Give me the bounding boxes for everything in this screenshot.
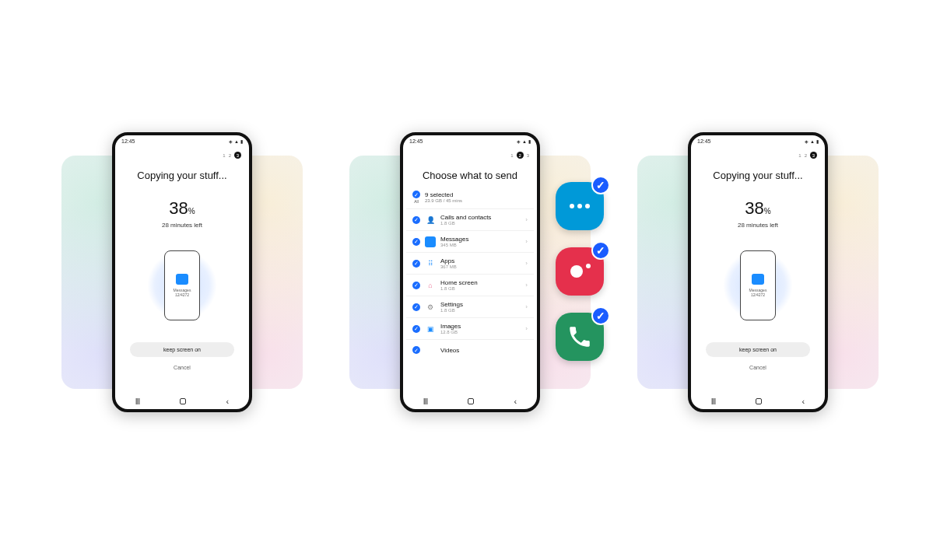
list-item[interactable]: ✓ Videos [406,339,534,360]
status-icons: ◈ ▲ ▮ [517,138,531,144]
back-button[interactable]: ‹ [801,397,805,406]
progress-percent: 38% [691,198,825,219]
back-button[interactable]: ‹ [514,397,517,406]
selected-count: 9 selected [425,191,462,198]
check-icon: ✓ [591,176,610,194]
phone-frame: 12:45 ◈ ▲ ▮ 1 2 3 Copying your stuff... … [688,132,828,412]
step-1: 1 [223,153,225,158]
list-item[interactable]: ✓ ⠿ Apps367 MB › [406,252,534,274]
item-label: Home screen [440,279,521,286]
cancel-link[interactable]: Cancel [691,365,825,370]
back-button[interactable]: ‹ [226,397,229,406]
all-label: All [414,199,419,204]
selected-size: 23.9 GB / 45 mins [425,198,462,203]
status-time: 12:45 [697,138,711,144]
step-3: 3 [527,153,529,158]
status-time: 12:45 [409,138,423,144]
summary-text: 9 selected 23.9 GB / 45 mins [425,191,462,203]
apps-icon: ⠿ [425,258,436,269]
step-2: 2 [805,153,807,158]
item-label: Videos [440,347,528,354]
step-indicator: 1 2 3 [403,144,537,159]
item-label: Images [440,323,521,330]
status-bar: 12:45 ◈ ▲ ▮ [115,135,249,144]
android-navbar: III ‹ [691,397,825,406]
item-label: Calls and contacts [440,214,521,221]
phone-frame: 12:45 ◈ ▲ ▮ 1 2 3 Choose what to send ✓ … [400,132,540,412]
item-size: 345 MB [440,243,521,247]
home-button[interactable] [180,398,186,404]
status-bar: 12:45 ◈ ▲ ▮ [403,135,537,144]
item-label: Apps [440,257,521,264]
check-icon: ✓ [591,306,610,325]
keep-screen-on-button[interactable]: keep screen on [706,342,810,357]
chevron-right-icon: › [525,260,528,267]
check-icon: ✓ [412,238,420,246]
phone-app-badge: ✓ [556,313,604,361]
home-button[interactable] [756,398,762,404]
camera-app-badge: ✓ [556,247,604,296]
check-icon: ✓ [591,241,610,260]
home-icon: ⌂ [425,280,436,291]
chevron-right-icon: › [525,303,528,310]
wifi-icon: ◈ [805,138,808,144]
step-1: 1 [510,153,513,158]
check-icon: ✓ [412,303,420,311]
recent-apps-button[interactable]: III [423,397,427,406]
item-size: 1.8 GB [440,286,521,291]
videos-icon [425,345,436,355]
step-indicator: 1 2 3 [115,144,249,159]
list-item[interactable]: ✓ Messages345 MB › [406,230,534,252]
chevron-right-icon: › [525,282,528,289]
status-icons: ◈ ▲ ▮ [805,138,819,144]
step-3-active: 3 [810,152,817,159]
phone-frame: 12:45 ◈ ▲ ▮ 1 2 3 Copying your stuff... … [112,132,252,412]
item-size: 367 MB [440,264,521,269]
check-icon: ✓ [412,216,420,224]
select-all-toggle[interactable]: ✓ All [412,191,420,204]
status-icons: ◈ ▲ ▮ [229,138,243,144]
phone-mockup-2: 12:45 ◈ ▲ ▮ 1 2 3 Choose what to send ✓ … [400,132,540,412]
mockup-row: 12:45 ◈ ▲ ▮ 1 2 3 Copying your stuff... … [0,132,940,412]
current-app-label: Messages12/4272 [749,288,767,297]
app-badges-group: ✓ ✓ ✓ [556,182,604,361]
step-1: 1 [798,153,801,158]
signal-icon: ▲ [234,139,239,144]
battery-icon: ▮ [816,138,819,144]
list-item[interactable]: ✓ ▣ Images12.8 GB › [406,317,534,339]
recent-apps-button[interactable]: III [711,397,715,406]
item-size: 12.8 GB [440,330,521,334]
item-size: 1.8 GB [440,308,521,313]
status-time: 12:45 [121,138,135,144]
phone-mockup-1: 12:45 ◈ ▲ ▮ 1 2 3 Copying your stuff... … [112,132,252,412]
wifi-icon: ◈ [517,138,521,144]
battery-icon: ▮ [528,138,531,144]
list-item[interactable]: ✓ ⚙ Settings1.8 GB › [406,296,534,317]
check-icon: ✓ [412,191,420,198]
phone-mockup-3: 12:45 ◈ ▲ ▮ 1 2 3 Copying your stuff... … [688,132,828,412]
cancel-link[interactable]: Cancel [115,365,249,370]
list-item[interactable]: ✓ 👤 Calls and contacts1.8 GB › [406,208,534,230]
messages-icon [425,236,436,247]
recent-apps-button[interactable]: III [135,397,139,406]
android-navbar: III ‹ [115,397,249,406]
step-3-active: 3 [234,152,241,159]
wifi-icon: ◈ [229,138,233,144]
content-list: ✓ 👤 Calls and contacts1.8 GB › ✓ Message… [403,208,537,360]
page-title: Copying your stuff... [115,170,249,181]
contacts-icon: 👤 [425,215,436,226]
chevron-right-icon: › [525,325,528,332]
signal-icon: ▲ [810,139,815,144]
keep-screen-on-button[interactable]: keep screen on [130,342,234,357]
status-bar: 12:45 ◈ ▲ ▮ [691,135,825,144]
transfer-graphic: Messages12/4272 [143,243,221,328]
home-button[interactable] [468,398,474,404]
selection-summary: ✓ All 9 selected 23.9 GB / 45 mins [403,181,537,208]
progress-block: 38% 28 minutes left [115,198,249,229]
android-navbar: III ‹ [403,397,537,406]
check-icon: ✓ [412,282,420,289]
progress-block: 38% 28 minutes left [691,198,825,229]
signal-icon: ▲ [522,139,527,144]
messages-icon [752,274,764,285]
list-item[interactable]: ✓ ⌂ Home screen1.8 GB › [406,274,534,296]
